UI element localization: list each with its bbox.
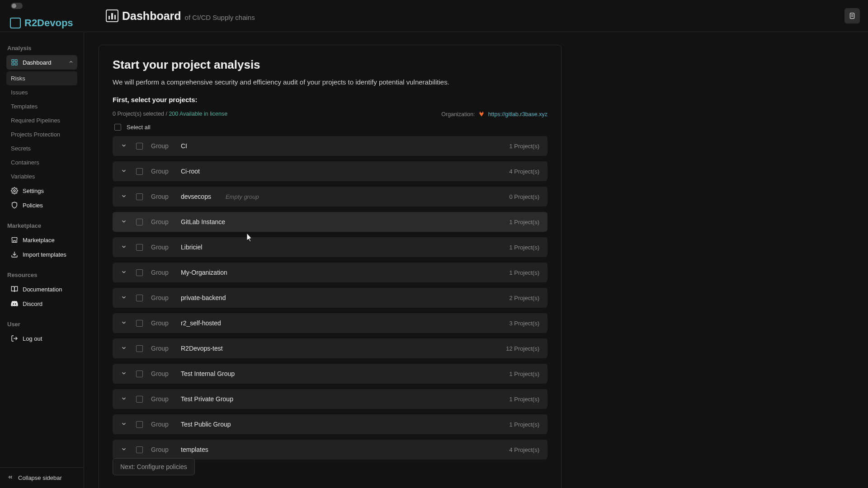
group-row[interactable]: Group r2_self-hosted 3 Project(s) (113, 313, 547, 333)
group-checkbox[interactable] (136, 320, 143, 327)
sidebar-item-containers[interactable]: Containers (6, 155, 77, 169)
group-checkbox[interactable] (136, 143, 143, 150)
project-count: 12 Project(s) (506, 345, 539, 352)
project-count: 1 Project(s) (509, 143, 539, 150)
select-all-checkbox[interactable] (114, 124, 121, 131)
sidebar-item-issues[interactable]: Issues (6, 85, 77, 99)
group-type-label: Group (151, 142, 173, 150)
gear-icon (11, 187, 18, 194)
group-name: Test Internal Group (181, 370, 235, 377)
sidebar-item-logout[interactable]: Log out (6, 331, 77, 346)
chevron-up-icon (68, 59, 74, 66)
chevron-down-icon[interactable] (121, 345, 128, 352)
chevron-down-icon[interactable] (121, 294, 128, 302)
organization-link[interactable]: https://gitlab.r3base.xyz (488, 111, 547, 117)
group-checkbox[interactable] (136, 345, 143, 352)
sidebar-item-dashboard[interactable]: Dashboard (6, 55, 77, 70)
sidebar-item-templates[interactable]: Templates (6, 99, 77, 113)
svg-rect-3 (12, 60, 14, 62)
group-row[interactable]: Group private-backend 2 Project(s) (113, 288, 547, 308)
group-checkbox[interactable] (136, 371, 143, 377)
chevron-down-icon[interactable] (121, 168, 128, 175)
group-type-label: Group (151, 244, 173, 251)
next-button[interactable]: Next: Configure policies (113, 458, 195, 475)
group-row[interactable]: Group Test Internal Group 1 Project(s) (113, 364, 547, 384)
discord-icon (11, 300, 18, 307)
store-icon (11, 236, 18, 244)
sidebar: Analysis Dashboard Risks Issues Template… (0, 32, 84, 488)
chevron-down-icon[interactable] (121, 446, 128, 454)
sidebar-item-marketplace[interactable]: Marketplace (6, 233, 77, 247)
nav-label: Discord (23, 300, 42, 307)
chevron-down-icon[interactable] (121, 395, 128, 403)
card-title: Start your project analysis (113, 58, 547, 72)
project-count: 1 Project(s) (509, 219, 539, 225)
project-count: 4 Project(s) (509, 168, 539, 175)
group-row[interactable]: Group templates 4 Project(s) (113, 440, 547, 460)
group-row[interactable]: Group My-Organization 1 Project(s) (113, 263, 547, 282)
group-name: CI (181, 142, 187, 150)
group-name: Libriciel (181, 244, 202, 251)
chevron-down-icon[interactable] (121, 142, 128, 150)
group-checkbox[interactable] (136, 421, 143, 428)
group-name: devsecops (181, 193, 211, 200)
project-count: 1 Project(s) (509, 269, 539, 276)
group-checkbox[interactable] (136, 446, 143, 453)
chevron-down-icon[interactable] (121, 244, 128, 251)
project-count: 1 Project(s) (509, 396, 539, 403)
group-checkbox[interactable] (136, 219, 143, 225)
sidebar-item-policies[interactable]: Policies (6, 198, 77, 212)
topbar-action-button[interactable] (844, 8, 860, 23)
nav-label: Settings (23, 188, 44, 194)
chevron-down-icon[interactable] (121, 269, 128, 277)
group-checkbox[interactable] (136, 396, 143, 403)
chevron-down-icon[interactable] (121, 319, 128, 327)
sidebar-item-projects-protection[interactable]: Projects Protection (6, 127, 77, 141)
theme-toggle[interactable] (11, 3, 23, 9)
chevron-down-icon[interactable] (121, 193, 128, 201)
group-row[interactable]: Group GitLab Instance 1 Project(s) (113, 212, 547, 232)
brand-logo[interactable]: R2Devops (10, 17, 73, 29)
chevron-down-icon[interactable] (121, 421, 128, 428)
nav-label: Marketplace (23, 237, 55, 244)
nav-label: Required Pipelines (11, 117, 60, 124)
svg-point-7 (14, 190, 15, 192)
group-checkbox[interactable] (136, 193, 143, 200)
nav-label: Log out (23, 335, 42, 342)
sidebar-item-risks[interactable]: Risks (6, 71, 77, 85)
group-type-label: Group (151, 319, 173, 327)
group-checkbox[interactable] (136, 269, 143, 276)
group-row[interactable]: Group CI 1 Project(s) (113, 136, 547, 156)
sidebar-item-import-templates[interactable]: Import templates (6, 247, 77, 262)
group-row[interactable]: Group R2Devops-test 12 Project(s) (113, 338, 547, 358)
collapse-sidebar[interactable]: Collapse sidebar (0, 467, 84, 488)
group-type-label: Group (151, 370, 173, 377)
sidebar-item-settings[interactable]: Settings (6, 183, 77, 198)
group-checkbox[interactable] (136, 244, 143, 251)
group-row[interactable]: Group Ci-root 4 Project(s) (113, 161, 547, 181)
group-name: private-backend (181, 294, 226, 301)
group-row[interactable]: Group Test Public Group 1 Project(s) (113, 414, 547, 434)
nav-label: Risks (11, 75, 25, 82)
nav-label: Documentation (23, 286, 62, 293)
chevron-down-icon[interactable] (121, 370, 128, 378)
group-row[interactable]: Group Libriciel 1 Project(s) (113, 237, 547, 257)
sidebar-item-discord[interactable]: Discord (6, 296, 77, 311)
project-count: 0 Project(s) (509, 193, 539, 200)
sidebar-item-documentation[interactable]: Documentation (6, 282, 77, 296)
project-count: 1 Project(s) (509, 421, 539, 428)
svg-rect-6 (15, 63, 17, 65)
license-count: 200 Available in license (169, 111, 227, 117)
group-checkbox[interactable] (136, 168, 143, 175)
main-content: Start your project analysis We will perf… (84, 32, 868, 488)
group-checkbox[interactable] (136, 295, 143, 301)
group-row[interactable]: Group devsecops Empty group 0 Project(s) (113, 187, 547, 206)
sidebar-item-required-pipelines[interactable]: Required Pipelines (6, 113, 77, 127)
select-all-label: Select all (127, 124, 151, 131)
sidebar-item-variables[interactable]: Variables (6, 169, 77, 183)
sidebar-item-secrets[interactable]: Secrets (6, 141, 77, 155)
group-name: R2Devops-test (181, 345, 223, 352)
section-user: User (7, 321, 77, 328)
chevron-down-icon[interactable] (121, 218, 128, 226)
group-row[interactable]: Group Test Private Group 1 Project(s) (113, 389, 547, 409)
